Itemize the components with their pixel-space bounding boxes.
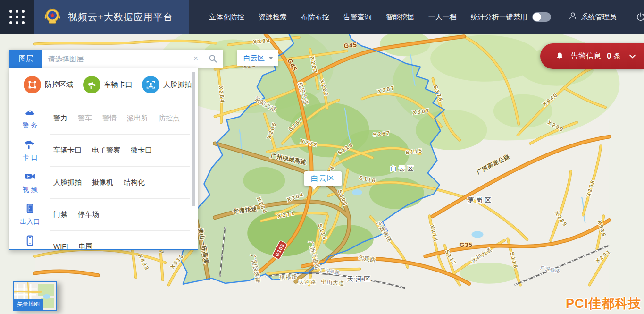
- layer-item[interactable]: 电围: [79, 242, 93, 250]
- minimap[interactable]: 矢量地图: [13, 281, 57, 311]
- alert-unit: 条: [613, 52, 620, 61]
- quick-layer-label: 人脸抓拍: [163, 80, 192, 89]
- district-dropdown-value: 白云区: [243, 54, 268, 63]
- layer-item[interactable]: 摄像机: [92, 178, 113, 187]
- quick-layer-region[interactable]: 防控区域: [24, 76, 73, 93]
- chevron-down-icon: [268, 57, 273, 59]
- vendor-watermark: PCI佳都科技: [566, 295, 641, 312]
- quick-layer-label: 车辆卡口: [104, 80, 133, 89]
- category-checkpoint[interactable]: 卡 口: [9, 138, 44, 162]
- map-label: G35: [460, 241, 473, 248]
- nav-item[interactable]: 告警查询: [343, 13, 372, 22]
- bell-icon: [555, 51, 564, 61]
- category-police[interactable]: 警 务: [9, 106, 44, 130]
- district-tooltip[interactable]: 白云区: [304, 171, 342, 186]
- quick-disable-label: 一键禁用: [499, 13, 527, 22]
- category-items: 警力警车警情派出所防控点: [44, 114, 198, 123]
- layer-item[interactable]: 警情: [102, 114, 117, 123]
- app-title: 视频云+大数据应用平台: [68, 11, 173, 24]
- layer-item[interactable]: 车辆卡口: [53, 146, 82, 155]
- user-menu[interactable]: 系统管理员: [568, 11, 617, 23]
- nav-item[interactable]: 布防布控: [301, 13, 329, 22]
- category-label: 卡 口: [23, 153, 38, 162]
- brand: 视频云+大数据应用平台: [34, 0, 189, 34]
- quick-disable-toggle[interactable]: [532, 12, 551, 22]
- category-items: 人脸抓拍摄像机结构化: [44, 178, 198, 187]
- nav-item[interactable]: 立体化防控: [209, 13, 244, 22]
- main-nav: 立体化防控资源检索布防布控告警查询智能挖掘一人一档统计分析: [209, 13, 499, 22]
- minimap-label: 矢量地图: [14, 299, 43, 310]
- top-navbar: 视频云+大数据应用平台 立体化防控资源检索布防布控告警查询智能挖掘一人一档统计分…: [0, 0, 644, 34]
- quick-layer-label: 防控区域: [45, 80, 73, 89]
- face-icon: [142, 76, 159, 93]
- alert-count: 0: [607, 51, 611, 61]
- layer-panel-header: 图层 ×: [9, 50, 223, 68]
- nav-item[interactable]: 智能挖掘: [386, 13, 414, 22]
- alert-banner[interactable]: 告警信息 0 条: [540, 43, 644, 69]
- application-window: 视频云+大数据应用平台 立体化防控资源检索布防布控告警查询智能挖掘一人一档统计分…: [0, 0, 644, 314]
- police-icon: [24, 106, 36, 120]
- layer-item[interactable]: 门禁: [53, 210, 67, 219]
- door-icon: [24, 203, 36, 216]
- video-icon: [24, 170, 36, 184]
- category-video[interactable]: 视 频: [9, 170, 44, 194]
- category-row: 手 机WIFI电围: [9, 230, 198, 250]
- layer-item[interactable]: 停车场: [78, 210, 99, 219]
- category-list: 警 务警力警车警情派出所防控点卡 口车辆卡口电子警察微卡口视 频人脸抓拍摄像机结…: [9, 102, 198, 250]
- category-phone[interactable]: 手 机: [9, 235, 44, 250]
- camera-icon: [83, 76, 100, 93]
- layer-item[interactable]: 电子警察: [92, 146, 120, 155]
- map-area: X284G45G45X283X264X267X266迎宾大道机场大道X265S2…: [0, 34, 644, 314]
- alert-label: 告警信息: [571, 51, 601, 61]
- user-icon: [568, 11, 577, 23]
- map-label: 天河区: [347, 275, 372, 282]
- map-label: 天河路: [299, 279, 316, 285]
- logout-power-button[interactable]: [636, 12, 644, 22]
- nav-item[interactable]: 一人一档: [428, 13, 457, 22]
- category-items: WIFI电围: [44, 242, 198, 250]
- app-grid-button[interactable]: [0, 0, 34, 34]
- region-icon: [24, 76, 41, 93]
- category-label: 警 务: [23, 121, 38, 130]
- category-items: 车辆卡口电子警察微卡口: [44, 146, 198, 155]
- panel-scrollbar[interactable]: [192, 72, 195, 206]
- checkpoint-icon: [24, 138, 36, 152]
- nav-item[interactable]: 资源检索: [259, 13, 287, 22]
- category-label: 出入口: [20, 218, 40, 226]
- nav-item[interactable]: 统计分析: [471, 13, 499, 22]
- user-name: 系统管理员: [581, 13, 617, 22]
- category-row: 出入口门禁停车场: [9, 198, 198, 230]
- quick-layer-row: 防控区域车辆卡口人脸抓拍: [9, 68, 198, 102]
- grid-dots-icon: [9, 10, 25, 24]
- search-icon: [208, 54, 217, 63]
- search-button[interactable]: [202, 50, 223, 68]
- phone-icon: [24, 235, 36, 248]
- layer-item[interactable]: 结构化: [124, 178, 145, 187]
- police-badge-logo: [42, 6, 62, 28]
- map-label: 白云区: [390, 165, 415, 172]
- map-label: 萝岗区: [468, 196, 493, 204]
- map-label: G45: [343, 41, 357, 50]
- layer-panel: 图层 × 防控区域车辆卡口人脸抓拍 警 务警力警车警情派出所防控点卡 口车辆卡口…: [9, 50, 223, 250]
- layer-panel-body: 防控区域车辆卡口人脸抓拍 警 务警力警车警情派出所防控点卡 口车辆卡口电子警察微…: [9, 68, 198, 250]
- layer-item[interactable]: 防控点: [159, 114, 180, 123]
- layer-item[interactable]: 微卡口: [131, 146, 152, 155]
- quick-layer-face[interactable]: 人脸抓拍: [142, 76, 192, 93]
- quick-layer-camera[interactable]: 车辆卡口: [83, 76, 133, 93]
- category-door[interactable]: 出入口: [9, 203, 44, 226]
- clear-icon[interactable]: ×: [190, 50, 202, 68]
- category-label: 视 频: [23, 186, 38, 194]
- layer-item[interactable]: 派出所: [127, 114, 148, 123]
- layer-item[interactable]: 人脸抓拍: [53, 178, 82, 187]
- layer-item[interactable]: WIFI: [53, 242, 68, 250]
- category-items: 门禁停车场: [44, 210, 198, 219]
- chevron-down-icon: [629, 54, 636, 59]
- district-dropdown[interactable]: 白云区: [237, 50, 278, 66]
- layer-item[interactable]: 警力: [53, 114, 67, 123]
- toggle-knob: [533, 13, 541, 21]
- tab-layers[interactable]: 图层: [9, 50, 42, 68]
- category-row: 视 频人脸抓拍摄像机结构化: [9, 166, 198, 198]
- navbar-right: 一键禁用 系统管理员: [499, 11, 644, 23]
- layer-search-input[interactable]: [42, 50, 190, 68]
- layer-item[interactable]: 警车: [78, 114, 92, 123]
